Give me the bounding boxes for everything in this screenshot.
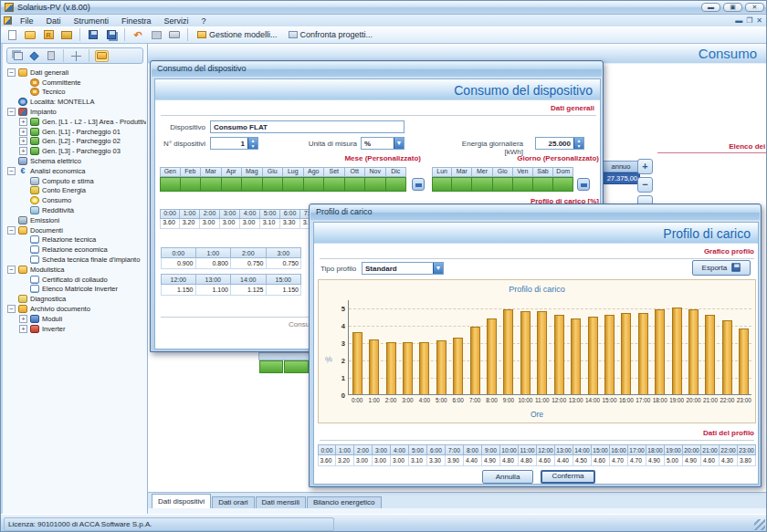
day-value-cell[interactable]: [553, 177, 573, 192]
tab-bilancio-energetico[interactable]: Bilancio energetico: [307, 496, 382, 508]
mdi-restore-icon[interactable]: ❐: [746, 16, 752, 26]
tree-item[interactable]: Committente: [5, 78, 146, 88]
tree-item[interactable]: Tecnico: [5, 88, 146, 98]
month-header-cell[interactable]: Mar: [201, 167, 222, 177]
tree-expander-icon[interactable]: −: [7, 108, 16, 116]
chart-bar[interactable]: [453, 338, 463, 394]
kwh-value-cell[interactable]: 0.750: [267, 258, 302, 269]
profile-data-value-cell[interactable]: 5.00: [665, 455, 683, 466]
tree-expander-icon[interactable]: −: [7, 266, 16, 274]
chart-bar[interactable]: [369, 339, 379, 395]
dialog-titlebar[interactable]: Profilo di carico: [310, 205, 760, 220]
device-list-selected-value[interactable]: 27.375,00: [602, 172, 640, 184]
tag-button[interactable]: [27, 50, 41, 62]
tree-expander-icon[interactable]: −: [7, 226, 16, 235]
month-value-cell[interactable]: [263, 177, 284, 192]
profile-data-value-cell[interactable]: 3.00: [391, 455, 409, 466]
device-list-column-header[interactable]: annuo: [602, 161, 640, 172]
month-header-cell[interactable]: Lug: [283, 167, 304, 177]
month-value-cell[interactable]: [345, 177, 366, 192]
tree-expander-icon[interactable]: +: [19, 137, 27, 145]
profile-value-cell[interactable]: 3.20: [180, 219, 200, 229]
chart-bar[interactable]: [520, 311, 531, 394]
save-all-button[interactable]: [103, 27, 120, 42]
preview-button[interactable]: [148, 27, 164, 42]
month-header-cell[interactable]: Gen: [160, 167, 181, 177]
chart-bar[interactable]: [688, 309, 699, 394]
tree-item[interactable]: +Gen. [L1 - L2 - L3] Area - Produttiva: [5, 117, 146, 127]
chart-bar[interactable]: [503, 309, 513, 394]
chart-bar[interactable]: [554, 315, 564, 394]
profile-value-cell[interactable]: 3.00: [240, 219, 260, 229]
month-value-cell[interactable]: [201, 177, 222, 192]
day-value-cell[interactable]: [533, 177, 553, 192]
add-device-button[interactable]: +: [637, 159, 653, 174]
esporta-button[interactable]: Esporta: [692, 260, 751, 276]
profile-data-value-cell[interactable]: 3.60: [318, 455, 336, 466]
profile-data-value-cell[interactable]: 4.60: [592, 455, 610, 466]
tree-item[interactable]: Relazione economica: [5, 245, 146, 255]
calculator-button[interactable]: [44, 50, 58, 62]
month-header-cell[interactable]: Feb: [181, 167, 202, 177]
month-value-cell[interactable]: [386, 177, 407, 192]
unita-combobox[interactable]: %▼: [361, 137, 405, 150]
profile-data-value-cell[interactable]: 4.40: [555, 455, 573, 466]
month-value-cell[interactable]: [304, 177, 325, 192]
num-dispositivi-spinner[interactable]: 1▲▼: [210, 137, 258, 150]
tree-expander-icon[interactable]: −: [7, 68, 16, 77]
kwh-value-cell[interactable]: 1.100: [196, 285, 232, 296]
save-button[interactable]: [85, 27, 101, 42]
tree-expander-icon[interactable]: +: [19, 128, 27, 136]
month-value-cell[interactable]: [222, 177, 243, 192]
profile-data-value-cell[interactable]: 4.70: [610, 455, 628, 466]
profile-data-value-cell[interactable]: 3.80: [738, 455, 756, 466]
menu-item[interactable]: File: [14, 16, 40, 26]
profile-data-value-cell[interactable]: 4.50: [573, 455, 592, 466]
resize-grip[interactable]: [754, 519, 765, 530]
month-value-cell[interactable]: [283, 177, 304, 192]
tree-item[interactable]: +Moduli: [5, 314, 146, 324]
app-menu-icon[interactable]: [4, 16, 12, 25]
month-value-cell[interactable]: [324, 177, 345, 192]
month-header-cell[interactable]: Mag: [242, 167, 263, 177]
tree-item[interactable]: Redditività: [5, 205, 146, 215]
chart-bar[interactable]: [537, 311, 547, 394]
tree-item[interactable]: +Gen. [L3] - Parcheggio 03: [5, 146, 146, 156]
minimize-button[interactable]: ▬: [701, 3, 720, 12]
pan-button[interactable]: [69, 50, 83, 62]
tree-item[interactable]: Elenco Matricole Inverter: [5, 285, 146, 295]
dropdown-arrow-icon[interactable]: ▼: [433, 263, 443, 274]
menu-item[interactable]: Servizi: [158, 16, 195, 26]
profile-data-value-cell[interactable]: 4.90: [683, 455, 701, 466]
tree-item[interactable]: +Inverter: [5, 324, 146, 334]
tab-dati-dispositivi[interactable]: Dati dispositivi: [152, 494, 211, 508]
briefcase-button[interactable]: [58, 27, 75, 42]
tree-item[interactable]: −Archivio documento: [5, 304, 146, 314]
profile-data-value-cell[interactable]: 4.60: [701, 455, 720, 466]
print-button[interactable]: [166, 27, 183, 42]
chart-bar[interactable]: [470, 327, 480, 394]
tree-expander-icon[interactable]: +: [19, 325, 27, 333]
tree-item[interactable]: Emissioni: [5, 215, 146, 225]
tree-expander-icon[interactable]: +: [19, 147, 27, 155]
profile-data-value-cell[interactable]: 4.90: [482, 455, 500, 466]
profile-data-value-cell[interactable]: 3.00: [354, 455, 373, 466]
profile-value-cell[interactable]: 3.10: [260, 219, 280, 229]
menu-item[interactable]: Finestra: [115, 16, 158, 26]
open-button[interactable]: [22, 27, 38, 42]
folder-view-button[interactable]: [95, 50, 109, 62]
copy-button[interactable]: [11, 50, 25, 62]
tree-item[interactable]: Diagnostica: [5, 294, 146, 304]
spinner-arrows-icon[interactable]: ▲▼: [573, 138, 583, 149]
month-header-cell[interactable]: Dic: [386, 167, 407, 177]
day-value-cell[interactable]: [493, 177, 513, 192]
day-value-cell[interactable]: [513, 177, 533, 192]
month-header-cell[interactable]: Ott: [345, 167, 366, 177]
chart-bar[interactable]: [403, 342, 413, 394]
day-header-cell[interactable]: Lun: [432, 167, 452, 177]
chart-bar[interactable]: [419, 342, 429, 394]
profile-value-cell[interactable]: 3.00: [200, 219, 220, 229]
tree-item[interactable]: +Gen. [L2] - Parcheggio 02: [5, 137, 146, 147]
tree-item[interactable]: Scheda tecnica finale d'impianto: [5, 255, 146, 265]
hidden-green-cell[interactable]: [259, 360, 283, 373]
